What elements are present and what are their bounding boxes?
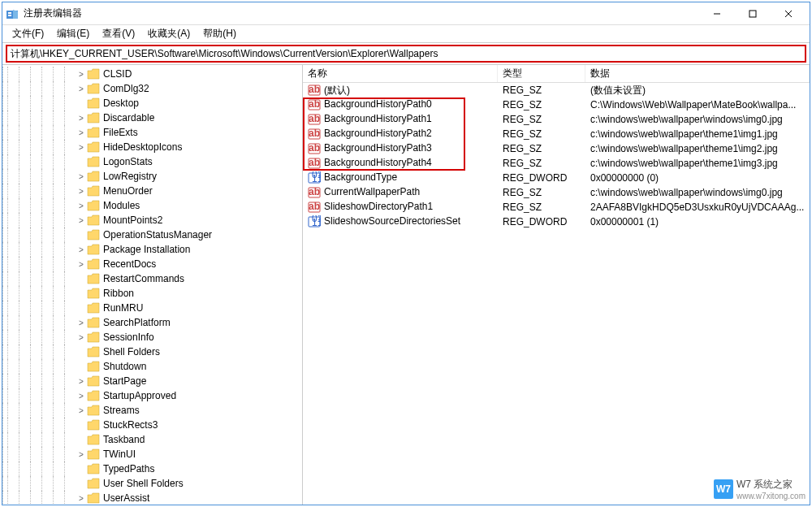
folder-icon [87,214,100,226]
expander-icon[interactable]: > [76,258,87,270]
expander-icon[interactable]: > [76,83,87,94]
expander-icon[interactable] [76,463,87,474]
expander-icon[interactable]: > [76,141,87,153]
folder-icon [87,127,100,138]
expander-icon[interactable] [76,434,87,445]
menu-favorites[interactable]: 收藏夹(A) [141,25,197,42]
tree-item[interactable]: >ComDlg32 [2,81,302,96]
menu-view[interactable]: 查看(V) [96,25,141,42]
tree-item[interactable]: >LowRegistry [2,169,302,184]
expander-icon[interactable]: > [76,492,87,504]
expander-icon[interactable]: > [76,200,87,211]
expander-icon[interactable] [76,98,87,109]
expander-icon[interactable] [76,346,87,358]
maximize-button[interactable] [735,4,771,24]
list-row[interactable]: abBackgroundHistoryPath2REG_SZc:\windows… [303,127,810,141]
tree-item[interactable]: RunMRU [2,301,302,315]
address-bar[interactable]: 计算机\HKEY_CURRENT_USER\Software\Microsoft… [6,45,806,63]
expander-icon[interactable] [76,156,87,167]
expander-icon[interactable]: > [76,68,87,80]
tree-item[interactable]: Ribbon [2,286,302,301]
tree-item[interactable]: Shutdown [2,359,302,374]
value-data: c:\windows\web\wallpaper\windows\img0.jp… [585,114,810,125]
value-name: BackgroundHistoryPath3 [324,142,432,154]
expander-icon[interactable] [76,419,87,431]
list-row[interactable]: abBackgroundHistoryPath3REG_SZc:\windows… [303,141,810,156]
tree-item[interactable]: RestartCommands [2,271,302,286]
tree-item[interactable]: >MountPoints2 [2,213,302,228]
tree-item[interactable]: >RecentDocs [2,257,302,271]
expander-icon[interactable]: > [76,244,87,255]
expander-icon[interactable]: > [76,185,87,197]
tree-item[interactable]: Shell Folders [2,344,302,359]
expander-icon[interactable]: > [76,317,87,328]
col-header-data[interactable]: 数据 [585,65,810,82]
expander-icon[interactable]: > [76,375,87,387]
svg-text:ab: ab [309,157,320,168]
tree-item[interactable]: >TWinUI [2,447,302,462]
expander-icon[interactable]: > [76,127,87,138]
tree-item[interactable]: >Streams [2,403,302,418]
tree-item[interactable]: >MenuOrder [2,184,302,198]
tree-item[interactable]: >Modules [2,198,302,213]
list-row[interactable]: abSlideshowDirectoryPath1REG_SZ2AAFA8BVI… [303,200,810,214]
value-name: BackgroundHistoryPath0 [324,98,432,110]
svg-text:ab: ab [309,98,320,110]
expander-icon[interactable]: > [76,112,87,124]
binary-value-icon: 011110 [308,171,321,184]
expander-icon[interactable] [76,273,87,284]
tree-item[interactable]: >StartPage [2,374,302,388]
tree-item[interactable]: >FileExts [2,125,302,140]
value-name: BackgroundType [324,171,397,183]
menu-edit[interactable]: 编辑(E) [50,25,96,42]
expander-icon[interactable] [76,478,87,489]
tree-item[interactable]: >Package Installation [2,242,302,257]
titlebar: 注册表编辑器 [2,2,810,25]
tree-item[interactable]: Desktop [2,96,302,110]
folder-icon [87,492,100,504]
tree-item[interactable]: >UserAssist [2,491,302,505]
expander-icon[interactable]: > [76,332,87,343]
list-body[interactable]: ab(默认)REG_SZ(数值未设置)abBackgroundHistoryPa… [303,83,810,505]
tree-item[interactable]: OperationStatusManager [2,228,302,242]
expander-icon[interactable] [76,288,87,299]
list-row[interactable]: abBackgroundHistoryPath1REG_SZc:\windows… [303,112,810,127]
tree-item[interactable]: >Discardable [2,110,302,125]
tree-item[interactable]: User Shell Folders [2,476,302,491]
col-header-type[interactable]: 类型 [498,65,585,82]
tree-item[interactable]: TypedPaths [2,462,302,476]
svg-rect-2 [8,15,11,16]
svg-rect-1 [8,12,11,14]
list-row[interactable]: abBackgroundHistoryPath0REG_SZC:\Windows… [303,98,810,112]
list-row[interactable]: 011110SlideshowSourceDirectoriesSetREG_D… [303,214,810,229]
expander-icon[interactable]: > [76,405,87,416]
expander-icon[interactable]: > [76,390,87,401]
tree-item[interactable]: >HideDesktopIcons [2,140,302,154]
expander-icon[interactable]: > [76,214,87,226]
expander-icon[interactable] [76,361,87,372]
expander-icon[interactable] [76,229,87,240]
tree-item[interactable]: StuckRects3 [2,418,302,432]
string-value-icon: ab [308,128,321,141]
menu-help[interactable]: 帮助(H) [197,25,243,42]
expander-icon[interactable] [76,302,87,314]
list-row[interactable]: ab(默认)REG_SZ(数值未设置) [303,83,810,98]
list-row[interactable]: abBackgroundHistoryPath4REG_SZc:\windows… [303,156,810,171]
list-row[interactable]: abCurrentWallpaperPathREG_SZc:\windows\w… [303,185,810,200]
col-header-name[interactable]: 名称 [303,65,498,82]
tree-item[interactable]: >StartupApproved [2,388,302,403]
content-area: >CLSID>ComDlg32Desktop>Discardable>FileE… [2,64,810,505]
tree-item[interactable]: Taskband [2,432,302,447]
close-button[interactable] [771,4,806,24]
folder-icon [87,346,100,358]
expander-icon[interactable]: > [76,448,87,460]
tree-item[interactable]: >CLSID [2,67,302,81]
list-row[interactable]: 011110BackgroundTypeREG_DWORD0x00000000 … [303,171,810,185]
tree-pane[interactable]: >CLSID>ComDlg32Desktop>Discardable>FileE… [2,65,303,505]
tree-item[interactable]: >SessionInfo [2,330,302,344]
expander-icon[interactable]: > [76,171,87,182]
minimize-button[interactable] [699,4,735,24]
menu-file[interactable]: 文件(F) [6,25,50,42]
tree-item[interactable]: LogonStats [2,154,302,169]
tree-item[interactable]: >SearchPlatform [2,315,302,330]
